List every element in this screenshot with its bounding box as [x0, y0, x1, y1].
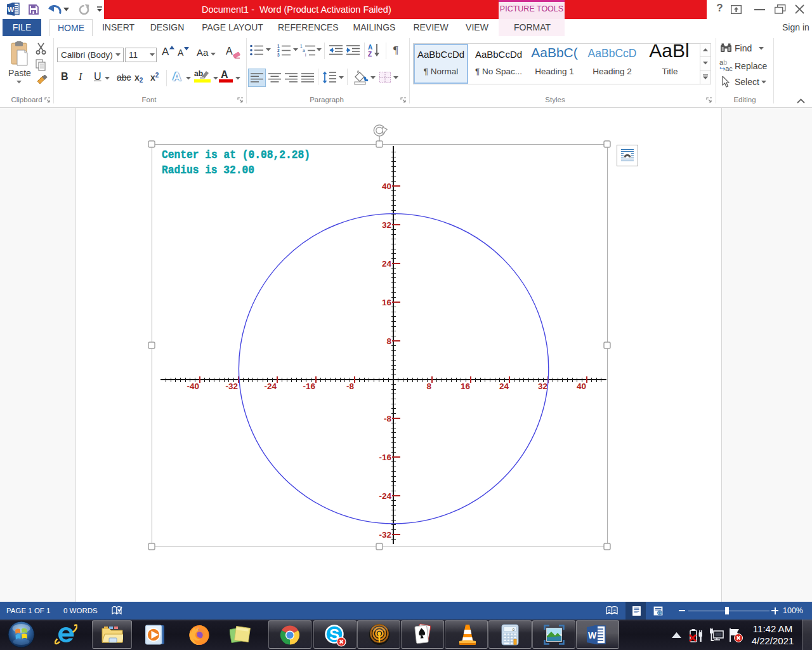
svg-text:32: 32 [538, 381, 547, 391]
svg-text:40: 40 [382, 182, 391, 191]
svg-text:-8: -8 [346, 381, 354, 391]
svg-text:Center is at (0.08,2.28): Center is at (0.08,2.28) [162, 148, 310, 162]
svg-text:-24: -24 [264, 381, 277, 391]
svg-text:40: 40 [577, 381, 586, 391]
svg-text:i: i [305, 53, 306, 56]
svg-text:32: 32 [382, 220, 391, 230]
svg-text:a: a [303, 48, 305, 53]
svg-text:-32: -32 [225, 381, 238, 391]
svg-text:24: 24 [499, 381, 509, 391]
svg-text:-24: -24 [379, 491, 391, 501]
svg-text:W: W [8, 6, 15, 13]
svg-text:A: A [368, 44, 372, 51]
svg-text:1: 1 [300, 44, 303, 48]
svg-text:16: 16 [382, 298, 392, 307]
svg-text:W: W [588, 630, 597, 640]
svg-text:16: 16 [461, 381, 471, 391]
svg-text:-32: -32 [379, 530, 391, 540]
svg-text:1: 1 [277, 44, 280, 48]
svg-text:2: 2 [277, 48, 280, 53]
svg-text:-16: -16 [379, 453, 391, 462]
svg-text:3: 3 [277, 53, 280, 56]
svg-text:8: 8 [426, 381, 431, 391]
svg-text:-8: -8 [384, 414, 391, 423]
svg-text:Z: Z [368, 51, 372, 57]
svg-text:-40: -40 [187, 381, 199, 391]
svg-text:Radius is 32.00: Radius is 32.00 [162, 163, 254, 177]
svg-text:24: 24 [382, 259, 392, 269]
svg-text:8: 8 [386, 336, 391, 346]
svg-text:-16: -16 [303, 381, 315, 391]
